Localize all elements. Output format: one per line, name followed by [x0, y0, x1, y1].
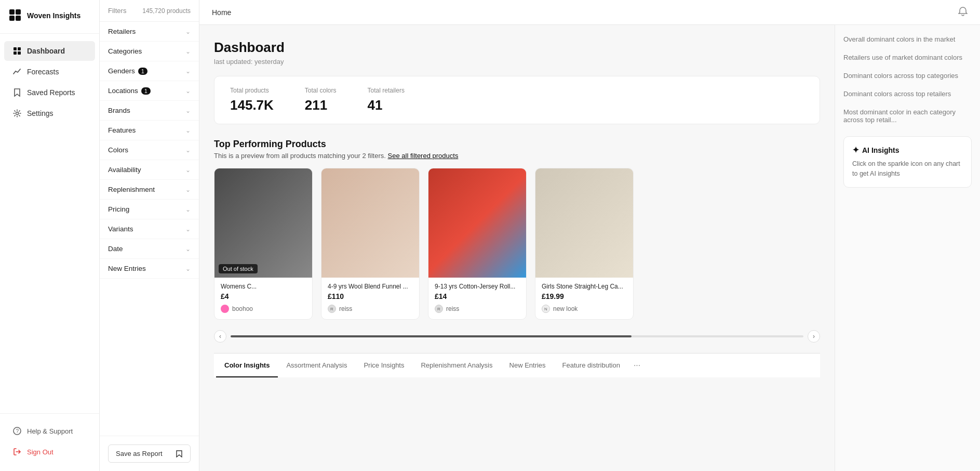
retailer-name: new look — [553, 305, 578, 312]
tab-more-button[interactable]: ··· — [628, 354, 646, 377]
filter-item-features[interactable]: Features ⌄ — [100, 121, 199, 140]
filter-item-new-entries[interactable]: New Entries ⌄ — [100, 259, 199, 279]
product-image — [535, 168, 633, 278]
grid-icon — [12, 46, 22, 56]
chevron-down-icon: ⌄ — [185, 107, 191, 114]
bell-icon[interactable] — [958, 7, 968, 18]
tab-price-insights[interactable]: Price Insights — [355, 354, 412, 377]
filter-item-label-group: Locations 1 — [108, 87, 151, 95]
nav-item-dashboard[interactable]: Dashboard — [4, 41, 95, 61]
right-panel-link[interactable]: Overall dominant colors in the market — [843, 33, 972, 45]
product-price: £14 — [435, 292, 520, 300]
filter-item-retailers[interactable]: Retailers ⌄ — [100, 22, 199, 42]
filter-item-label: Pricing — [108, 205, 129, 213]
product-name: Womens C... — [221, 283, 306, 290]
nav-label-saved-reports: Saved Reports — [27, 88, 75, 97]
nav-signout[interactable]: Sign Out — [4, 442, 95, 462]
filter-item-label: Replenishment — [108, 186, 155, 193]
nav-label-settings: Settings — [27, 109, 53, 117]
svg-rect-2 — [9, 16, 15, 21]
tab-assortment-analysis[interactable]: Assortment Analysis — [278, 354, 355, 377]
filter-item-label-group: Date — [108, 245, 123, 253]
scroll-left-arrow[interactable]: ‹ — [214, 330, 226, 343]
top-bar: Home — [199, 0, 980, 25]
tab-replenishment-analysis[interactable]: Replenishment Analysis — [412, 354, 501, 377]
nav-help[interactable]: ? Help & Support — [4, 421, 95, 441]
retailer-name: reiss — [339, 305, 352, 312]
product-card[interactable]: 4-9 yrs Wool Blend Funnel ... £110 R rei… — [321, 168, 420, 320]
filter-item-availability[interactable]: Availability ⌄ — [100, 160, 199, 180]
stat-item: Total colors 211 — [305, 87, 337, 113]
carousel-scroll: ‹ › — [214, 330, 820, 343]
filter-count: 145,720 products — [142, 7, 191, 15]
tab-color-insights[interactable]: Color Insights — [216, 354, 278, 377]
retailer-logo — [221, 305, 229, 313]
filter-item-label: Genders — [108, 67, 135, 75]
settings-icon — [12, 109, 22, 118]
chevron-down-icon: ⌄ — [185, 206, 191, 213]
product-price: £110 — [328, 292, 413, 300]
scroll-track[interactable] — [231, 335, 803, 337]
chevron-down-icon: ⌄ — [185, 28, 191, 35]
scroll-right-arrow[interactable]: › — [808, 330, 820, 343]
filter-badge: 1 — [138, 68, 147, 75]
svg-rect-6 — [14, 51, 17, 55]
filter-item-colors[interactable]: Colors ⌄ — [100, 140, 199, 160]
filter-panel: Filters 145,720 products Retailers ⌄ Cat… — [100, 0, 199, 471]
chevron-down-icon: ⌄ — [185, 186, 191, 193]
product-card[interactable]: Girls Stone Straight-Leg Ca... £19.99 N … — [535, 168, 634, 320]
filter-badge: 1 — [141, 87, 151, 95]
save-report-button[interactable]: Save as Report — [108, 444, 191, 463]
stat-value: 145.7K — [230, 97, 274, 113]
filter-item-label-group: Genders 1 — [108, 67, 147, 75]
dashboard-main: Dashboard last updated: yesterday Total … — [199, 25, 835, 471]
filter-item-variants[interactable]: Variants ⌄ — [100, 219, 199, 239]
filter-item-label: Categories — [108, 47, 142, 55]
filter-item-locations[interactable]: Locations 1 ⌄ — [100, 81, 199, 101]
filter-item-label: Locations — [108, 87, 138, 95]
product-card[interactable]: Out of stock Womens C... £4 boohoo — [214, 168, 313, 320]
bookmark-save-icon — [176, 450, 183, 457]
see-all-link[interactable]: See all filtered products — [388, 152, 459, 160]
filter-item-categories[interactable]: Categories ⌄ — [100, 42, 199, 61]
top-products-title: Top Performing Products — [214, 139, 820, 150]
tab-new-entries[interactable]: New Entries — [501, 354, 554, 377]
nav-item-settings[interactable]: Settings — [4, 103, 95, 123]
filter-item-label-group: Brands — [108, 107, 130, 114]
filter-item-replenishment[interactable]: Replenishment ⌄ — [100, 180, 199, 200]
filter-item-label: Colors — [108, 146, 128, 154]
stat-label: Total products — [230, 87, 274, 94]
stats-bar: Total products 145.7K Total colors 211 T… — [214, 76, 820, 124]
nav-sidebar: Woven Insights Dashboard Forecasts — [0, 0, 100, 471]
product-info: 9-13 yrs Cotton-Jersey Roll... £14 R rei… — [428, 278, 526, 319]
filter-item-genders[interactable]: Genders 1 ⌄ — [100, 61, 199, 81]
chevron-down-icon: ⌄ — [185, 68, 191, 75]
nav-item-forecasts[interactable]: Forecasts — [4, 62, 95, 82]
right-panel-link[interactable]: Retailers use of market dominant colors — [843, 51, 972, 63]
filter-item-label-group: Retailers — [108, 28, 136, 35]
right-panel-link[interactable]: Dominant colors across top categories — [843, 70, 972, 82]
top-products-subtitle: This is a preview from all products matc… — [214, 152, 820, 160]
chevron-down-icon: ⌄ — [185, 87, 191, 95]
svg-rect-1 — [16, 9, 21, 15]
product-figure — [321, 168, 419, 278]
filter-item-date[interactable]: Date ⌄ — [100, 239, 199, 259]
filter-item-brands[interactable]: Brands ⌄ — [100, 101, 199, 121]
top-products-section: Top Performing Products This is a previe… — [214, 139, 820, 343]
nav-item-saved-reports[interactable]: Saved Reports — [4, 83, 95, 102]
app-logo: Woven Insights — [0, 0, 99, 34]
right-panel-link[interactable]: Most dominant color in each category acr… — [843, 106, 972, 126]
product-card[interactable]: 9-13 yrs Cotton-Jersey Roll... £14 R rei… — [428, 168, 527, 320]
tab-feature-distribution[interactable]: Feature distribution — [554, 354, 628, 377]
ai-insights-description: Click on the sparkle icon on any chart t… — [852, 159, 963, 179]
chart-icon — [12, 67, 22, 76]
chevron-down-icon: ⌄ — [185, 166, 191, 174]
filter-item-label-group: Features — [108, 126, 136, 134]
tabs-bar: Color InsightsAssortment AnalysisPrice I… — [214, 353, 820, 377]
product-image: Out of stock — [214, 168, 312, 278]
right-panel-link[interactable]: Dominant colors across top retailers — [843, 88, 972, 100]
filter-item-pricing[interactable]: Pricing ⌄ — [100, 200, 199, 219]
nav-bottom: ? Help & Support Sign Out — [0, 413, 99, 471]
filter-item-label-group: Availability — [108, 166, 141, 174]
chevron-down-icon: ⌄ — [185, 127, 191, 134]
